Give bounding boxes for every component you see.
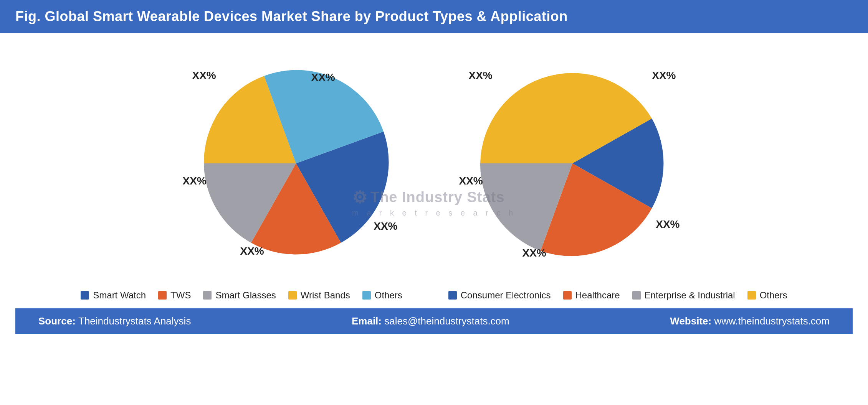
legend-label: Others (760, 290, 787, 301)
legend-label: Healthcare (575, 290, 620, 301)
legend-item: Smart Watch (81, 290, 146, 301)
footer-website: Website: www.theindustrystats.com (670, 315, 830, 327)
legend-color-box (158, 291, 167, 300)
legend-group-2: Consumer ElectronicsHealthcareEnterprise… (425, 290, 810, 301)
legend-color-box (448, 291, 457, 300)
legend-label: Enterprise & Industrial (645, 290, 735, 301)
title-text: Fig. Global Smart Wearable Devices Marke… (15, 8, 568, 24)
legend-group-1: Smart WatchTWSSmart GlassesWrist BandsOt… (58, 290, 425, 301)
pie-chart-2: XX% XX% XX% XX% XX% (457, 48, 688, 278)
legend-label: Others (375, 290, 402, 301)
page-title: Fig. Global Smart Wearable Devices Marke… (0, 0, 868, 33)
legend-label: Smart Glasses (215, 290, 276, 301)
legend-item: Smart Glasses (203, 290, 276, 301)
main-content: XX% XX% XX% XX% XX% ⚙ The Industry Stats… (0, 33, 868, 338)
legend-item: Enterprise & Industrial (632, 290, 735, 301)
legend-label: Consumer Electronics (461, 290, 551, 301)
legend-color-box (288, 291, 297, 300)
legend-label: TWS (170, 290, 191, 301)
footer-email: Email: sales@theindustrystats.com (352, 315, 509, 327)
footer-source: Source: Theindustrystats Analysis (38, 315, 191, 327)
legend-item: Consumer Electronics (448, 290, 551, 301)
legend-item: Healthcare (563, 290, 620, 301)
legend-color-box (632, 291, 641, 300)
pie-chart-1: XX% XX% XX% XX% XX% (181, 48, 411, 278)
legend-item: Wrist Bands (288, 290, 350, 301)
legend-label: Smart Watch (93, 290, 146, 301)
legend-label: Wrist Bands (301, 290, 350, 301)
legend-color-box (563, 291, 572, 300)
footer: Source: Theindustrystats Analysis Email:… (15, 308, 853, 334)
legend-item: Others (747, 290, 787, 301)
legend-item: TWS (158, 290, 191, 301)
legend-color-box (362, 291, 371, 300)
legend-color-box (81, 291, 89, 300)
legend-color-box (747, 291, 756, 300)
charts-row: XX% XX% XX% XX% XX% ⚙ The Industry Stats… (15, 48, 853, 278)
legend-item: Others (362, 290, 402, 301)
legend-row: Smart WatchTWSSmart GlassesWrist BandsOt… (15, 290, 853, 301)
legend-color-box (203, 291, 212, 300)
